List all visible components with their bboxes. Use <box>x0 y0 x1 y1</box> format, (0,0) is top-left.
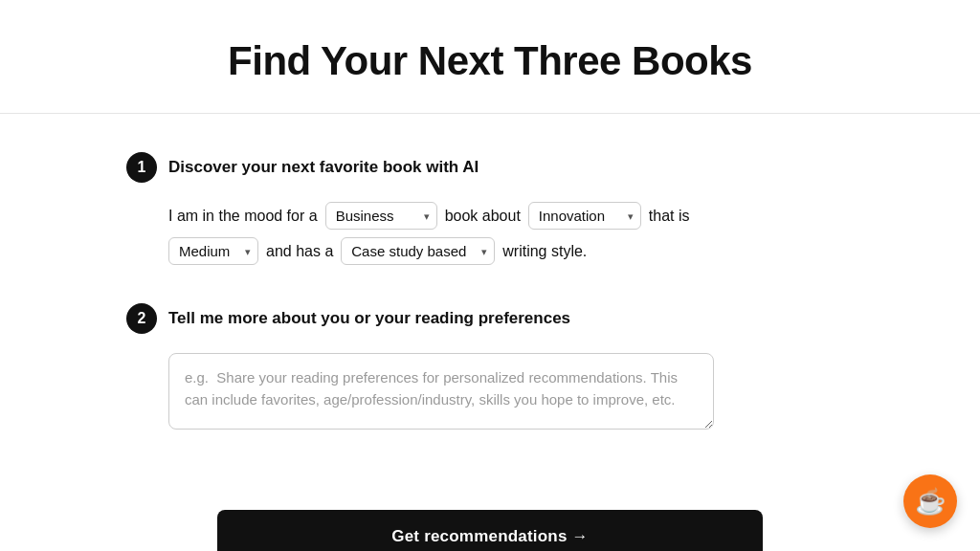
page-header: Find Your Next Three Books <box>0 0 980 114</box>
step2-badge: 2 <box>126 303 157 334</box>
and-has-a-text: and has a <box>266 243 333 260</box>
prefix-text: I am in the mood for a <box>168 208 318 225</box>
coffee-fab-button[interactable]: ☕ <box>903 474 957 528</box>
step1-section: 1 Discover your next favorite book with … <box>126 152 854 265</box>
sentence-builder-row2: Medium Short Long ▾ and has a Case study… <box>126 237 854 265</box>
step1-header: 1 Discover your next favorite book with … <box>126 152 854 183</box>
coffee-icon: ☕ <box>915 487 946 517</box>
get-recommendations-button[interactable]: Get recommendations → <box>217 510 763 551</box>
textarea-wrapper <box>126 353 854 433</box>
genre-select[interactable]: Business Fiction Non-Fiction Science His… <box>325 202 437 230</box>
topic-select[interactable]: Innovation Leadership Productivity Marke… <box>528 202 641 230</box>
length-dropdown-wrapper: Medium Short Long ▾ <box>168 237 258 265</box>
cta-section: Get recommendations → <box>107 510 873 551</box>
main-content: 1 Discover your next favorite book with … <box>107 114 873 510</box>
step2-title: Tell me more about you or your reading p… <box>168 309 570 328</box>
step1-title: Discover your next favorite book with AI <box>168 158 479 177</box>
step1-badge: 1 <box>126 152 157 183</box>
style-select[interactable]: Case study based Narrative Academic Prac… <box>341 237 495 265</box>
topic-dropdown-wrapper: Innovation Leadership Productivity Marke… <box>528 202 641 230</box>
step2-header: 2 Tell me more about you or your reading… <box>126 303 854 334</box>
reading-preferences-textarea[interactable] <box>168 353 714 430</box>
style-dropdown-wrapper: Case study based Narrative Academic Prac… <box>341 237 495 265</box>
length-select[interactable]: Medium Short Long <box>168 237 258 265</box>
suffix-text: that is <box>649 208 690 225</box>
middle-text: book about <box>445 208 521 225</box>
end-text: writing style. <box>502 243 587 260</box>
page-title: Find Your Next Three Books <box>19 38 961 84</box>
step2-section: 2 Tell me more about you or your reading… <box>126 303 854 433</box>
sentence-builder-row1: I am in the mood for a Business Fiction … <box>126 202 854 230</box>
genre-dropdown-wrapper: Business Fiction Non-Fiction Science His… <box>325 202 437 230</box>
